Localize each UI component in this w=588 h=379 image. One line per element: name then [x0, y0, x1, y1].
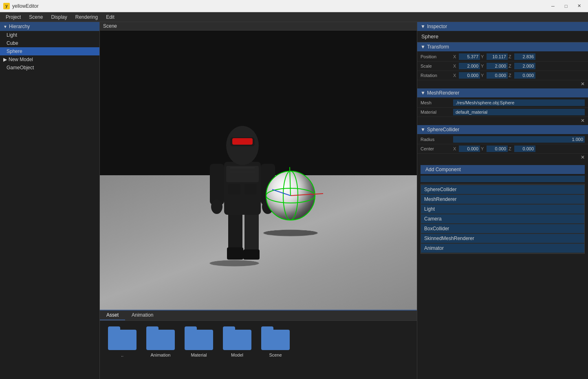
menu-edit[interactable]: Edit	[102, 12, 119, 22]
add-component-section: Add Component SphereCollider MeshRendere…	[417, 162, 588, 257]
rotation-y-input[interactable]	[487, 72, 508, 79]
position-z-field: Z	[509, 53, 535, 60]
component-option-camera[interactable]: Camera	[421, 214, 584, 223]
scale-x-field: X	[453, 63, 480, 69]
meshrenderer-close-btn[interactable]: ✕	[581, 118, 585, 123]
center-area: Scene	[100, 22, 417, 379]
center-y-field: Y	[481, 145, 508, 152]
transform-title: Transform	[427, 44, 449, 50]
center-y-input[interactable]	[487, 145, 508, 152]
hierarchy-panel: ▼ Hierarchy Light Cube Sphere ▶ New Mode…	[0, 22, 100, 379]
hierarchy-header: ▼ Hierarchy	[0, 22, 99, 31]
folder-scene[interactable]: Scene	[260, 325, 291, 359]
hierarchy-title: Hierarchy	[9, 24, 30, 29]
component-option-spherecollider[interactable]: SphereCollider	[421, 185, 584, 194]
hierarchy-item-sphere-label: Sphere	[7, 48, 22, 54]
radius-input[interactable]	[453, 136, 585, 143]
folder-animation[interactable]: Animation	[145, 325, 176, 359]
app-title: yellowEditor	[12, 3, 39, 9]
spherecollider-close-btn[interactable]: ✕	[581, 154, 585, 160]
center-z-input[interactable]	[514, 145, 535, 152]
y-label: Y	[481, 54, 486, 59]
svg-rect-2	[227, 247, 243, 260]
y-label: Y	[481, 146, 486, 151]
folder-icon-scene	[261, 326, 290, 350]
position-values: X Y Z	[453, 53, 585, 60]
menu-project[interactable]: Project	[2, 12, 25, 22]
folder-icon-animation	[146, 326, 175, 350]
folder-material[interactable]: Material	[183, 325, 215, 359]
sphere-gizmo-container	[258, 163, 323, 228]
spherecollider-content: Radius Center X Y Z	[417, 134, 588, 162]
material-value: default_material	[453, 109, 585, 115]
svg-line-23	[272, 190, 291, 196]
menu-scene[interactable]: Scene	[25, 12, 47, 22]
hierarchy-item-gameobject-label: GameObject	[7, 65, 34, 71]
y-label: Y	[481, 64, 486, 68]
scale-row: Scale X Y Z	[417, 62, 588, 71]
scale-x-input[interactable]	[459, 63, 480, 69]
hierarchy-item-newmodel[interactable]: ▶ New Model	[0, 55, 99, 64]
inspector-title: Inspector	[427, 24, 447, 29]
radius-label: Radius	[421, 137, 453, 142]
component-dropdown: SphereCollider MeshRenderer Light Camera…	[421, 184, 585, 254]
meshrenderer-header[interactable]: ▼ MeshRenderer	[417, 88, 588, 97]
folder-back	[185, 330, 213, 350]
position-z-input[interactable]	[514, 53, 535, 60]
svg-rect-1	[244, 211, 259, 256]
component-option-skinnedmeshrenderer[interactable]: SkinnedMeshRenderer	[421, 234, 584, 243]
spherecollider-title: SphereCollider	[427, 127, 459, 132]
folder-model[interactable]: Model	[221, 325, 253, 359]
hierarchy-item-cube[interactable]: Cube	[0, 39, 99, 47]
transform-close-btn[interactable]: ✕	[581, 81, 585, 87]
meshrenderer-title: MeshRenderer	[427, 90, 459, 96]
scale-y-input[interactable]	[487, 63, 508, 69]
material-value-text: default_material	[453, 109, 585, 115]
rotation-x-input[interactable]	[459, 72, 480, 79]
rotation-row: Rotation X Y Z	[417, 71, 588, 80]
radius-value	[453, 136, 585, 143]
position-x-input[interactable]	[459, 53, 480, 60]
menu-display[interactable]: Display	[47, 12, 71, 22]
scale-z-input[interactable]	[514, 63, 535, 69]
folder-parent[interactable]: ..	[106, 325, 138, 359]
spherecollider-header[interactable]: ▼ SphereCollider	[417, 125, 588, 134]
close-button[interactable]: ✕	[573, 2, 585, 10]
component-option-meshrenderer[interactable]: MeshRenderer	[421, 195, 584, 204]
rotation-values: X Y Z	[453, 72, 585, 79]
transform-header[interactable]: ▼ Transform	[417, 42, 588, 51]
component-option-light[interactable]: Light	[421, 205, 584, 214]
z-label: Z	[509, 146, 513, 151]
rotation-z-input[interactable]	[514, 72, 535, 79]
position-y-input[interactable]	[487, 53, 508, 60]
hierarchy-item-newmodel-label: New Model	[9, 57, 33, 62]
hierarchy-item-sphere[interactable]: Sphere	[0, 47, 99, 55]
component-option-boxcollider[interactable]: BoxCollider	[421, 224, 584, 233]
titlebar: y yellowEditor ─ □ ✕	[0, 0, 588, 12]
hierarchy-item-light[interactable]: Light	[0, 31, 99, 39]
bottom-panel: Asset Animation ..	[100, 310, 417, 379]
mesh-value: ./res/Mesh/sphere.obj:Sphere	[453, 99, 585, 106]
transform-arrow: ▼	[421, 44, 425, 50]
svg-rect-6	[228, 184, 240, 194]
maximize-button[interactable]: □	[560, 2, 572, 10]
folder-back	[108, 330, 137, 350]
component-search-input[interactable]	[421, 176, 585, 182]
hierarchy-item-gameobject[interactable]: GameObject	[0, 64, 99, 72]
folder-icon-model	[223, 326, 251, 350]
x-label: X	[453, 146, 458, 151]
minimize-button[interactable]: ─	[547, 2, 559, 10]
scene-panel: Scene	[100, 22, 417, 379]
menu-rendering[interactable]: Rendering	[71, 12, 102, 22]
folder-back	[223, 330, 251, 350]
tab-animation[interactable]: Animation	[125, 311, 160, 320]
component-option-animator[interactable]: Animator	[421, 244, 584, 253]
add-component-button[interactable]: Add Component	[421, 165, 585, 174]
center-x-input[interactable]	[459, 145, 480, 152]
viewport[interactable]	[100, 31, 417, 310]
asset-browser: .. Animation	[100, 321, 417, 363]
hierarchy-item-cube-label: Cube	[7, 40, 18, 46]
mesh-label: Mesh	[421, 100, 453, 105]
tab-asset[interactable]: Asset	[100, 311, 125, 320]
meshrenderer-arrow: ▼	[421, 90, 425, 96]
